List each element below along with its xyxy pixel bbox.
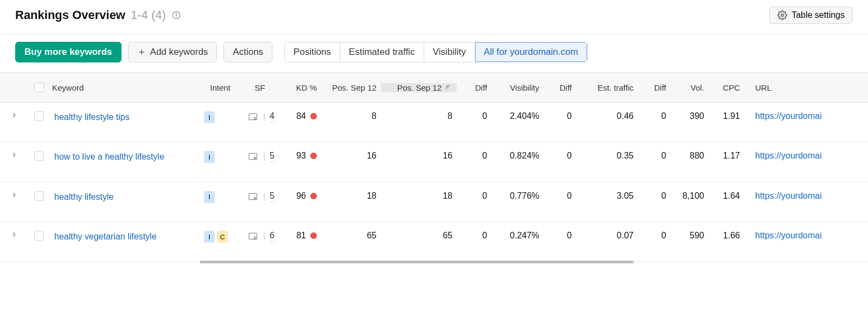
kd-difficulty-dot [310, 153, 317, 159]
actions-button[interactable]: Actions [224, 42, 272, 62]
table-settings-button[interactable]: Table settings [769, 7, 853, 24]
diff2-value: 0 [567, 151, 572, 161]
intent-badge-i: I [204, 231, 215, 243]
volume-value: 390 [690, 111, 704, 121]
col-vol[interactable]: Vol. [691, 83, 704, 92]
add-keywords-button[interactable]: Add keywords [128, 42, 218, 62]
keyword-link[interactable]: healthy lifestyle [54, 191, 113, 203]
diff1-value: 0 [482, 111, 487, 121]
sf-count[interactable]: 5 [270, 191, 275, 202]
est-traffic-value: 0.07 [617, 231, 634, 241]
sf-count[interactable]: 4 [270, 111, 275, 122]
url-link[interactable]: https://yourdomai [755, 191, 822, 201]
col-pos1[interactable]: Pos. Sep 12 [332, 83, 376, 92]
serp-features-icon[interactable] [248, 192, 259, 201]
visibility-value: 0.247% [510, 231, 539, 241]
expand-row-icon[interactable] [10, 191, 18, 199]
cpc-value: 1.66 [723, 231, 740, 241]
intent-badges: I [204, 111, 215, 123]
col-diff2[interactable]: Diff [560, 83, 572, 92]
est-traffic-value: 0.46 [617, 111, 634, 121]
actions-label: Actions [233, 47, 263, 58]
url-link[interactable]: https://yourdomai [755, 111, 822, 121]
tab-all-for-label: All for yourdomain.com [484, 47, 578, 57]
keyword-link[interactable]: how to live a healthy lifestyle [54, 151, 164, 163]
tab-positions[interactable]: Positions [285, 42, 340, 62]
col-est-traffic[interactable]: Est. traffic [598, 83, 634, 92]
volume-value: 8,100 [682, 191, 704, 201]
pos2-value: 16 [443, 151, 452, 161]
kd-difficulty-dot [310, 232, 317, 239]
select-all-checkbox[interactable] [34, 83, 44, 92]
volume-value: 880 [690, 151, 704, 161]
expand-row-icon[interactable] [10, 151, 18, 159]
keyword-link[interactable]: healthy vegetarian lifestyle [54, 231, 157, 243]
cpc-value: 1.91 [723, 111, 740, 121]
col-keyword[interactable]: Keyword [52, 83, 84, 92]
col-diff3[interactable]: Diff [654, 83, 666, 92]
url-link[interactable]: https://yourdomai [755, 151, 822, 161]
serp-features-icon[interactable] [248, 152, 259, 161]
col-kd[interactable]: KD % [296, 83, 317, 92]
diff1-value: 0 [482, 191, 487, 201]
visibility-value: 0.824% [510, 151, 539, 161]
keyword-link[interactable]: healthy lifestyle tips [54, 111, 130, 123]
tab-visibility[interactable]: Visibility [424, 42, 475, 62]
volume-value: 590 [690, 231, 704, 241]
svg-point-3 [781, 14, 784, 17]
info-icon[interactable] [171, 10, 181, 20]
tab-visibility-label: Visibility [433, 47, 466, 57]
sort-icon[interactable] [445, 84, 452, 91]
intent-badge-i: I [204, 151, 215, 163]
row-checkbox[interactable] [34, 111, 44, 121]
col-visibility[interactable]: Visibility [510, 83, 539, 92]
diff3-value: 0 [661, 151, 666, 161]
buy-more-keywords-button[interactable]: Buy more keywords [15, 42, 122, 62]
col-pos2[interactable]: Pos. Sep 12 [397, 83, 442, 92]
page-range: 1-4 (4) [131, 8, 166, 22]
tab-estimated-traffic[interactable]: Estimated traffic [340, 42, 424, 62]
tab-est-traffic-label: Estimated traffic [349, 47, 415, 57]
pos1-value: 16 [367, 151, 376, 161]
keyword-text: healthy lifestyle [54, 191, 113, 203]
intent-badge-i: I [204, 191, 215, 203]
pos2-value: 18 [443, 191, 452, 201]
sf-count[interactable]: 5 [270, 151, 275, 162]
intent-badges: IC [204, 231, 228, 243]
svg-point-19 [254, 237, 256, 239]
row-checkbox[interactable] [34, 151, 44, 161]
col-sf[interactable]: SF [254, 83, 265, 92]
intent-badges: I [204, 151, 215, 163]
sf-count[interactable]: 6 [270, 231, 275, 242]
intent-badges: I [204, 191, 215, 203]
row-checkbox[interactable] [34, 231, 44, 241]
svg-point-10 [254, 117, 256, 119]
keyword-text: healthy lifestyle tips [54, 111, 130, 123]
serp-features-icon[interactable] [248, 232, 259, 241]
row-checkbox[interactable] [34, 191, 44, 201]
horizontal-scroll-indicator[interactable] [200, 261, 634, 263]
col-url[interactable]: URL [755, 83, 771, 92]
view-tabs: Positions Estimated traffic Visibility A… [284, 42, 588, 62]
expand-row-icon[interactable] [10, 111, 18, 119]
page-title: Rankings Overview [15, 8, 125, 22]
pos2-value: 65 [443, 231, 452, 241]
tab-all-for-domain[interactable]: All for yourdomain.com [475, 42, 587, 62]
diff1-value: 0 [482, 231, 487, 241]
col-cpc[interactable]: CPC [723, 83, 740, 92]
kd-difficulty-dot [310, 193, 317, 199]
intent-badge-i: I [204, 111, 215, 123]
table-row: healthy lifestyle I |5 96 18 18 0 0.776%… [0, 182, 868, 222]
cpc-value: 1.17 [723, 151, 740, 161]
kd-value: 84 [296, 111, 306, 121]
kd-value: 96 [296, 191, 306, 201]
col-intent[interactable]: Intent [210, 83, 231, 92]
col-diff1[interactable]: Diff [475, 83, 487, 92]
serp-features-icon[interactable] [248, 112, 259, 121]
table-settings-label: Table settings [792, 10, 845, 20]
svg-point-2 [176, 13, 176, 14]
expand-row-icon[interactable] [10, 231, 18, 238]
table-row: healthy lifestyle tips I |4 84 8 8 0 2.4… [0, 103, 868, 142]
url-link[interactable]: https://yourdomai [755, 231, 822, 241]
kd-value: 81 [296, 231, 306, 241]
